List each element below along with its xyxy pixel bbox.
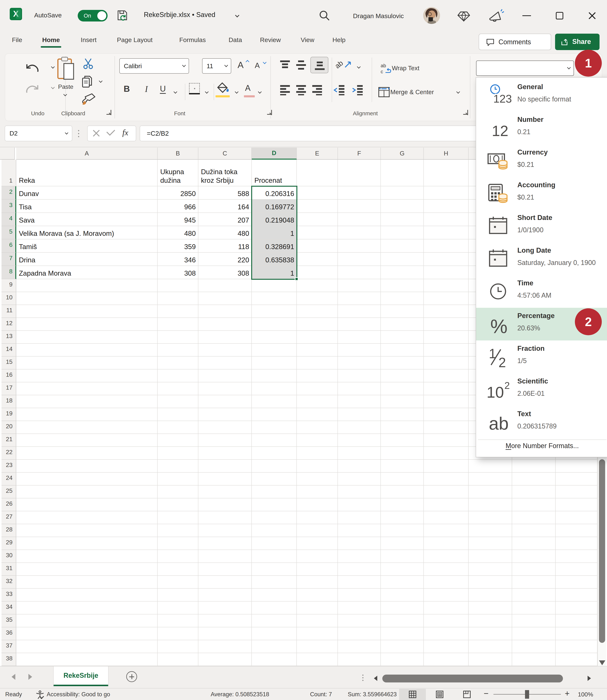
cell-G5[interactable] [381, 226, 424, 239]
hscroll-right-arrow-icon[interactable] [588, 676, 591, 681]
cell-F9[interactable] [338, 279, 381, 292]
cell-A26[interactable] [16, 498, 158, 511]
cell-D15[interactable] [252, 356, 297, 369]
cell-C38[interactable] [198, 653, 252, 666]
cell-I29[interactable] [468, 537, 512, 550]
cell-J36[interactable] [512, 627, 556, 640]
cell-A8[interactable]: Zapadna Morava [16, 266, 158, 279]
cell-D12[interactable] [252, 318, 297, 331]
column-header-H[interactable]: H [424, 148, 468, 160]
number-format-combobox[interactable] [476, 61, 574, 76]
cell-G36[interactable] [381, 627, 424, 640]
zoom-slider-handle[interactable] [525, 690, 529, 699]
cell-C27[interactable] [198, 511, 252, 524]
document-title[interactable]: RekeSrbije.xlsx • Saved [144, 11, 215, 19]
menu-item-currency[interactable]: Currency$0.21 [476, 144, 607, 177]
cell-B5[interactable]: 480 [158, 226, 198, 239]
cell-D31[interactable] [252, 563, 297, 576]
cell-H37[interactable] [424, 640, 468, 653]
sheet-nav-right-icon[interactable] [28, 674, 32, 680]
cell-G27[interactable] [381, 511, 424, 524]
cell-H34[interactable] [424, 601, 468, 614]
cell-J28[interactable] [512, 524, 556, 537]
excel-logo-icon[interactable]: X [10, 8, 22, 20]
more-number-formats-item[interactable]: More Number Formats... [506, 442, 579, 450]
cell-H30[interactable] [424, 550, 468, 563]
align-center-button[interactable] [295, 85, 307, 95]
cell-J37[interactable] [512, 640, 556, 653]
cell-K26[interactable] [556, 498, 598, 511]
cell-H22[interactable] [424, 447, 468, 460]
cell-C13[interactable] [198, 331, 252, 344]
cell-D16[interactable] [252, 369, 297, 382]
tab-view[interactable]: View [298, 35, 317, 45]
cell-B34[interactable] [158, 601, 198, 614]
cell-G16[interactable] [381, 369, 424, 382]
insert-function-button[interactable]: fx [122, 128, 128, 137]
cell-B21[interactable] [158, 434, 198, 447]
cell-D23[interactable] [252, 460, 297, 473]
cell-C29[interactable] [198, 537, 252, 550]
row-header-9[interactable]: 9 [1, 279, 16, 292]
cell-G29[interactable] [381, 537, 424, 550]
row-header-12[interactable]: 12 [1, 318, 16, 331]
row-header-25[interactable]: 25 [1, 486, 16, 498]
cell-C34[interactable] [198, 601, 252, 614]
cell-A7[interactable]: Drina [16, 253, 158, 266]
row-header-34[interactable]: 34 [1, 601, 16, 614]
cell-C17[interactable] [198, 382, 252, 395]
cell-K30[interactable] [556, 550, 598, 563]
row-header-27[interactable]: 27 [1, 511, 16, 524]
avatar[interactable] [423, 7, 440, 24]
cell-G33[interactable] [381, 589, 424, 601]
undo-menu-chevron[interactable] [51, 65, 55, 68]
cell-C28[interactable] [198, 524, 252, 537]
cell-E6[interactable] [297, 239, 338, 253]
cell-C15[interactable] [198, 356, 252, 369]
cell-E33[interactable] [297, 589, 338, 601]
cell-B23[interactable] [158, 460, 198, 473]
cell-H32[interactable] [424, 576, 468, 589]
cell-H28[interactable] [424, 524, 468, 537]
cell-D28[interactable] [252, 524, 297, 537]
menu-item-general[interactable]: 123GeneralNo specific format [476, 79, 607, 111]
cell-F29[interactable] [338, 537, 381, 550]
format-painter-button[interactable] [81, 92, 97, 106]
cell-B35[interactable] [158, 614, 198, 627]
close-icon[interactable] [588, 12, 596, 20]
cell-D38[interactable] [252, 653, 297, 666]
cell-E15[interactable] [297, 356, 338, 369]
column-header-F[interactable]: F [338, 148, 381, 160]
cell-E5[interactable] [297, 226, 338, 239]
cell-H8[interactable] [424, 266, 468, 279]
cell-F14[interactable] [338, 344, 381, 356]
cell-G3[interactable] [381, 200, 424, 213]
cell-G17[interactable] [381, 382, 424, 395]
row-header-21[interactable]: 21 [1, 434, 16, 447]
orientation-menu-chevron[interactable] [357, 65, 361, 68]
cell-E2[interactable] [297, 186, 338, 200]
cell-E23[interactable] [297, 460, 338, 473]
cell-H11[interactable] [424, 305, 468, 318]
cell-G26[interactable] [381, 498, 424, 511]
cell-G32[interactable] [381, 576, 424, 589]
row-header-6[interactable]: 6 [1, 239, 16, 253]
cell-A9[interactable] [16, 279, 158, 292]
cell-E1[interactable] [297, 160, 338, 186]
redo-menu-chevron[interactable] [51, 85, 55, 89]
cell-E38[interactable] [297, 653, 338, 666]
cell-J23[interactable] [512, 460, 556, 473]
cell-G18[interactable] [381, 395, 424, 408]
cell-C3[interactable]: 164 [198, 200, 252, 213]
column-header-C[interactable]: C [198, 148, 252, 160]
cell-C37[interactable] [198, 640, 252, 653]
row-header-37[interactable]: 37 [1, 640, 16, 653]
cell-E16[interactable] [297, 369, 338, 382]
row-header-28[interactable]: 28 [1, 524, 16, 537]
cell-K24[interactable] [556, 473, 598, 486]
cell-E19[interactable] [297, 408, 338, 421]
cell-H23[interactable] [424, 460, 468, 473]
cell-C12[interactable] [198, 318, 252, 331]
cell-B27[interactable] [158, 511, 198, 524]
cell-H7[interactable] [424, 253, 468, 266]
